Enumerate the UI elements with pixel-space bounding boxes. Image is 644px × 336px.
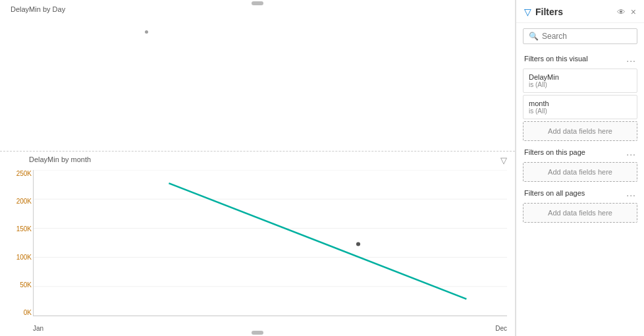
- filters-on-page-label: Filters on this page ...: [516, 143, 644, 160]
- filter-card-delaymin-sub: is (All): [529, 81, 631, 88]
- filter-card-month-sub: is (All): [529, 107, 631, 115]
- x-axis: Jan Dec: [33, 325, 507, 332]
- y-label-200k: 200K: [16, 198, 32, 205]
- y-label-150k: 150K: [16, 225, 32, 233]
- chart-bottom-title: DelayMin by month: [29, 155, 91, 163]
- y-label-100k: 100K: [16, 254, 32, 261]
- filter-icon[interactable]: ▽: [500, 155, 507, 165]
- chart-top-title: DelayMin by Day: [11, 5, 65, 13]
- eye-icon[interactable]: 👁: [617, 7, 626, 17]
- page-more-menu[interactable]: ...: [626, 147, 636, 157]
- scroll-handle-bottom[interactable]: [252, 331, 263, 335]
- search-icon: 🔍: [529, 32, 539, 41]
- y-label-50k: 50K: [20, 281, 32, 289]
- filter-card-month[interactable]: month is (All): [523, 95, 637, 119]
- chart-bottom: DelayMin by month ▽ 250K 200K 150K 100K …: [0, 152, 515, 336]
- y-label-0k: 0K: [24, 309, 32, 316]
- x-label-jan: Jan: [33, 325, 43, 332]
- scroll-handle-top[interactable]: [252, 1, 263, 5]
- visual-more-menu[interactable]: ...: [626, 53, 636, 64]
- chart-top-dot: [145, 30, 148, 34]
- filters-title: Filters: [535, 7, 617, 17]
- search-input[interactable]: [542, 32, 631, 41]
- chart-area: [33, 170, 507, 316]
- close-icon[interactable]: ×: [631, 7, 636, 17]
- svg-point-6: [356, 242, 360, 246]
- x-label-dec: Dec: [495, 325, 507, 332]
- filters-on-all-pages-label: Filters on all pages ...: [516, 184, 644, 201]
- y-axis: 250K 200K 150K 100K 50K 0K: [7, 170, 32, 316]
- filters-scroll[interactable]: Filters on this visual ... DelayMin is (…: [516, 49, 644, 336]
- add-fields-visual[interactable]: Add data fields here: [523, 121, 637, 141]
- chart-svg: [34, 170, 507, 316]
- chart-top: DelayMin by Day: [0, 0, 515, 152]
- all-pages-more-menu[interactable]: ...: [626, 188, 636, 198]
- add-fields-page[interactable]: Add data fields here: [523, 162, 637, 182]
- filter-card-delaymin[interactable]: DelayMin is (All): [523, 69, 637, 93]
- filters-on-visual-label: Filters on this visual ...: [516, 49, 644, 67]
- filter-panel-icon: ▽: [524, 7, 531, 17]
- y-label-250k: 250K: [16, 170, 32, 177]
- main-area: DelayMin by Day DelayMin by month ▽ 250K…: [0, 0, 516, 336]
- filter-card-delaymin-title: DelayMin: [529, 73, 631, 81]
- add-fields-all-pages[interactable]: Add data fields here: [523, 203, 637, 223]
- filters-header: ▽ Filters 👁 ×: [516, 0, 644, 23]
- filter-card-month-title: month: [529, 99, 631, 107]
- filters-panel: ▽ Filters 👁 × 🔍 Filters on this visual .…: [516, 0, 644, 336]
- search-box[interactable]: 🔍: [523, 28, 637, 44]
